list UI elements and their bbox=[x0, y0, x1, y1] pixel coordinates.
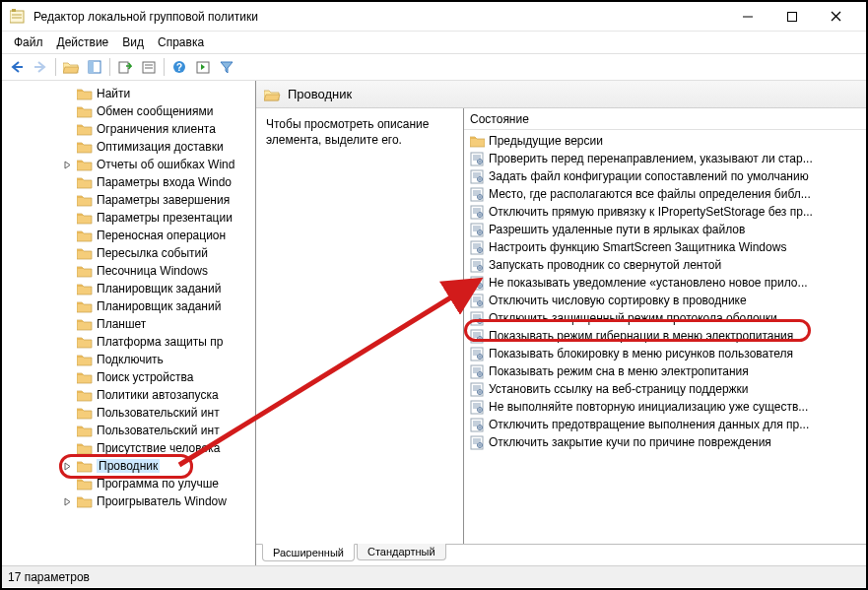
properties-button[interactable] bbox=[138, 56, 160, 78]
tree-item[interactable]: Параметры входа Windo bbox=[77, 173, 255, 191]
list-setting[interactable]: Разрешить удаленные пути в ярлыках файло… bbox=[464, 221, 866, 238]
list-item-label: Место, где располагаются все файлы опред… bbox=[489, 187, 811, 201]
forward-button[interactable] bbox=[30, 56, 51, 78]
setting-icon bbox=[470, 435, 485, 450]
tree-item-label: Найти bbox=[97, 87, 130, 100]
list-setting[interactable]: Проверить перед перенаправлением, указыв… bbox=[464, 150, 866, 167]
folder-icon bbox=[77, 424, 93, 437]
tree-item-label: Проигрыватель Window bbox=[97, 494, 227, 508]
tree-item[interactable]: Политики автозапуска bbox=[77, 386, 255, 404]
close-button[interactable] bbox=[814, 3, 858, 31]
menu-view[interactable]: Вид bbox=[116, 33, 150, 51]
tree-item[interactable]: Песочница Windows bbox=[77, 262, 255, 280]
tree-item[interactable]: Пользовательский инт bbox=[77, 422, 255, 439]
list-setting[interactable]: Не показывать уведомление «установлено н… bbox=[464, 274, 866, 292]
setting-icon bbox=[470, 276, 485, 291]
tree-item-label: Обмен сообщениями bbox=[97, 104, 213, 118]
menu-file[interactable]: Файл bbox=[8, 33, 49, 51]
setting-icon bbox=[470, 400, 485, 415]
svg-rect-18 bbox=[89, 61, 94, 73]
setting-icon bbox=[470, 258, 485, 273]
filter-button[interactable] bbox=[216, 56, 237, 78]
toolbar: ? bbox=[2, 53, 866, 81]
statusbar: 17 параметров bbox=[2, 565, 866, 587]
menu-action[interactable]: Действие bbox=[51, 33, 115, 51]
tree-item-label: Планировщик заданий bbox=[97, 282, 221, 295]
folder-icon bbox=[77, 122, 93, 136]
tab-extended[interactable]: Расширенный bbox=[262, 544, 355, 561]
folder-icon bbox=[77, 388, 93, 402]
list-item-label: Не выполняйте повторную инициализацию уж… bbox=[489, 400, 808, 414]
extended-button[interactable] bbox=[192, 56, 214, 78]
tree-item[interactable]: Ограничения клиента bbox=[77, 120, 255, 138]
tree-item[interactable]: Проводник bbox=[77, 457, 255, 475]
tree-panel[interactable]: НайтиОбмен сообщениямиОграничения клиент… bbox=[2, 81, 256, 565]
tree-item[interactable]: Переносная операцион bbox=[77, 227, 255, 244]
tree-item[interactable]: Проигрыватель Window bbox=[77, 492, 255, 510]
list-setting[interactable]: Место, где располагаются все файлы опред… bbox=[464, 185, 866, 203]
tabs: Расширенный Стандартный bbox=[256, 544, 866, 565]
tree-item-label: Политики автозапуска bbox=[97, 388, 219, 402]
folder-icon bbox=[77, 477, 93, 491]
maximize-button[interactable] bbox=[769, 3, 814, 31]
folder-icon bbox=[77, 406, 93, 420]
list-setting[interactable]: Задать файл конфигурации сопоставлений п… bbox=[464, 167, 866, 185]
folder-icon bbox=[77, 370, 93, 384]
expand-icon[interactable] bbox=[61, 159, 73, 170]
tree-item-label: Планшет bbox=[97, 317, 146, 331]
tree-item-label: Подключить bbox=[97, 353, 164, 366]
export-button[interactable] bbox=[114, 56, 136, 78]
tree-item[interactable]: Платформа защиты пр bbox=[77, 333, 255, 351]
help-button[interactable]: ? bbox=[168, 56, 190, 78]
list-setting[interactable]: Отключить защищенный режим протокола обо… bbox=[464, 309, 866, 327]
tree-item[interactable]: Подключить bbox=[77, 351, 255, 368]
list-item-label: Установить ссылку на веб-страницу поддер… bbox=[489, 382, 749, 396]
list-setting[interactable]: Отключить предотвращение выполнения данн… bbox=[464, 416, 866, 433]
back-button[interactable] bbox=[6, 56, 28, 78]
tree-item[interactable]: Планировщик заданий bbox=[77, 297, 255, 315]
window-title: Редактор локальной групповой политики bbox=[33, 10, 725, 24]
list-setting[interactable]: Показывать блокировку в меню рисунков по… bbox=[464, 345, 866, 362]
list-item-label: Разрешить удаленные пути в ярлыках файло… bbox=[489, 223, 745, 236]
list-header-state[interactable]: Состояние bbox=[464, 108, 866, 130]
tab-standard[interactable]: Стандартный bbox=[357, 544, 446, 560]
content-panel: Проводник Чтобы просмотреть описание эле… bbox=[256, 81, 866, 565]
tree-item[interactable]: Найти bbox=[77, 85, 255, 102]
setting-icon bbox=[470, 240, 485, 255]
tree-item[interactable]: Поиск устройства bbox=[77, 368, 255, 386]
tree-item[interactable]: Пересылка событий bbox=[77, 244, 255, 262]
show-hide-tree-button[interactable] bbox=[84, 56, 105, 78]
list-setting[interactable]: Отключить числовую сортировку в проводни… bbox=[464, 292, 866, 309]
setting-icon bbox=[470, 418, 485, 432]
expand-icon[interactable] bbox=[61, 460, 73, 472]
menu-help[interactable]: Справка bbox=[152, 33, 210, 51]
list-setting[interactable]: Запускать проводник со свернутой лентой bbox=[464, 256, 866, 274]
list-setting[interactable]: Показывать режим гибернации в меню элект… bbox=[464, 327, 866, 345]
list-folder[interactable]: Предыдущие версии bbox=[464, 132, 866, 150]
tree-item[interactable]: Отчеты об ошибках Wind bbox=[77, 156, 255, 173]
tree-item[interactable]: Параметры завершения bbox=[77, 191, 255, 209]
tree-item[interactable]: Программа по улучше bbox=[77, 475, 255, 492]
tree-item-label: Программа по улучше bbox=[97, 477, 219, 491]
up-button[interactable] bbox=[60, 56, 82, 78]
list-setting[interactable]: Отключить прямую привязку к IPropertySet… bbox=[464, 203, 866, 221]
tree-item[interactable]: Планшет bbox=[77, 315, 255, 333]
expand-icon[interactable] bbox=[61, 495, 73, 507]
folder-icon bbox=[77, 246, 93, 260]
minimize-button[interactable] bbox=[725, 3, 769, 31]
folder-icon bbox=[470, 134, 485, 149]
list-setting[interactable]: Отключить закрытие кучи по причине повре… bbox=[464, 433, 866, 451]
tree-item[interactable]: Параметры презентации bbox=[77, 209, 255, 227]
tree-item[interactable]: Оптимизация доставки bbox=[77, 138, 255, 156]
tree-item[interactable]: Планировщик заданий bbox=[77, 280, 255, 297]
tree-item-label: Ограничения клиента bbox=[97, 122, 216, 136]
list-setting[interactable]: Не выполняйте повторную инициализацию уж… bbox=[464, 398, 866, 416]
list-setting[interactable]: Показывать режим сна в меню электропитан… bbox=[464, 362, 866, 380]
list-setting[interactable]: Настроить функцию SmartScreen Защитника … bbox=[464, 238, 866, 256]
list-setting[interactable]: Установить ссылку на веб-страницу поддер… bbox=[464, 380, 866, 398]
tree-item[interactable]: Обмен сообщениями bbox=[77, 102, 255, 120]
setting-icon bbox=[470, 294, 485, 308]
tree-item[interactable]: Присутствие человека bbox=[77, 439, 255, 457]
folder-icon bbox=[77, 104, 93, 118]
tree-item[interactable]: Пользовательский инт bbox=[77, 404, 255, 422]
